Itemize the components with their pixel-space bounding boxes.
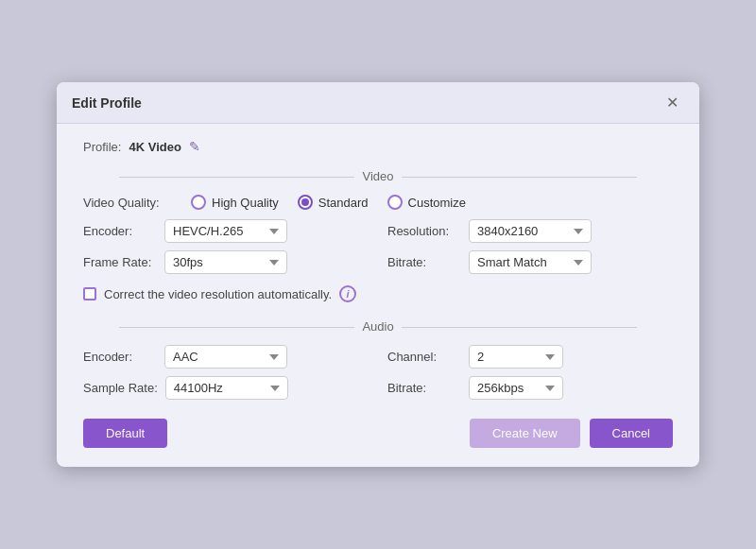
resolution-label: Resolution: [387,224,461,238]
create-new-button[interactable]: Create New [470,419,580,448]
footer-right: Create New Cancel [470,419,673,448]
sample-rate-row: Sample Rate: 44100Hz 48000Hz 22050Hz [83,376,369,400]
radio-circle-customize [387,195,403,210]
title-bar: Edit Profile ✕ [57,82,699,124]
video-section: Video Video Quality: High Quality Standa… [83,169,673,302]
channel-row: Channel: 2 1 6 [387,345,673,369]
radio-high-quality[interactable]: High Quality [191,195,279,210]
radio-label-high: High Quality [212,196,279,210]
video-quality-label: Video Quality: [83,196,168,210]
audio-encoder-row: Encoder: AAC MP3 FLAC [83,345,369,369]
radio-standard[interactable]: Standard [298,195,369,210]
edit-profile-icon[interactable]: ✎ [189,139,200,154]
frame-rate-select[interactable]: 30fps 60fps 24fps 25fps [164,250,287,274]
frame-rate-row: Frame Rate: 30fps 60fps 24fps 25fps [83,250,369,274]
channel-select[interactable]: 2 1 6 [469,345,563,369]
video-bitrate-select[interactable]: Smart Match Custom Low Medium High [469,250,592,274]
audio-section-title: Audio [83,319,673,334]
audio-section: Audio Encoder: AAC MP3 FLAC Channel: 2 1 [83,319,673,400]
profile-row: Profile: 4K Video ✎ [83,139,673,154]
sample-rate-label: Sample Rate: [83,381,158,395]
video-section-title: Video [83,169,673,183]
radio-circle-standard [298,195,313,210]
radio-customize[interactable]: Customize [387,195,466,210]
info-icon[interactable]: i [339,285,356,302]
video-encoder-select[interactable]: HEVC/H.265 H.264 VP9 [164,219,287,243]
edit-profile-dialog: Edit Profile ✕ Profile: 4K Video ✎ Video… [57,82,699,467]
video-bitrate-label: Bitrate: [387,255,461,269]
video-encoder-label: Encoder: [83,224,157,238]
audio-encoder-label: Encoder: [83,350,157,364]
sample-rate-select[interactable]: 44100Hz 48000Hz 22050Hz [165,376,288,400]
audio-bitrate-select[interactable]: 256kbps 128kbps 320kbps 192kbps [469,376,563,400]
dialog-body: Profile: 4K Video ✎ Video Video Quality:… [57,124,699,467]
radio-label-standard: Standard [318,196,369,210]
profile-label: Profile: [83,140,121,154]
auto-correct-checkbox[interactable] [83,287,96,300]
radio-circle-high [191,195,206,210]
auto-correct-row: Correct the video resolution automatical… [83,285,673,302]
audio-encoder-select[interactable]: AAC MP3 FLAC [164,345,287,369]
profile-name: 4K Video [129,140,180,154]
close-button[interactable]: ✕ [661,92,684,113]
resolution-select[interactable]: 3840x2160 1920x1080 1280x720 [469,219,592,243]
radio-label-customize: Customize [408,196,466,210]
auto-correct-label: Correct the video resolution automatical… [104,287,332,301]
video-bitrate-row: Bitrate: Smart Match Custom Low Medium H… [387,250,673,274]
video-encoder-row: Encoder: HEVC/H.265 H.264 VP9 [83,219,369,243]
resolution-row: Resolution: 3840x2160 1920x1080 1280x720 [387,219,673,243]
audio-fields-grid: Encoder: AAC MP3 FLAC Channel: 2 1 6 [83,345,673,400]
cancel-button[interactable]: Cancel [590,419,673,448]
dialog-title: Edit Profile [72,95,142,111]
video-quality-radio-group: High Quality Standard Customize [191,195,466,210]
video-fields-grid: Encoder: HEVC/H.265 H.264 VP9 Resolution… [83,219,673,274]
audio-bitrate-row: Bitrate: 256kbps 128kbps 320kbps 192kbps [387,376,673,400]
frame-rate-label: Frame Rate: [83,255,157,269]
video-quality-row: Video Quality: High Quality Standard Cus… [83,195,673,210]
channel-label: Channel: [387,350,461,364]
footer: Default Create New Cancel [83,419,673,448]
audio-bitrate-label: Bitrate: [387,381,461,395]
default-button[interactable]: Default [83,419,167,448]
